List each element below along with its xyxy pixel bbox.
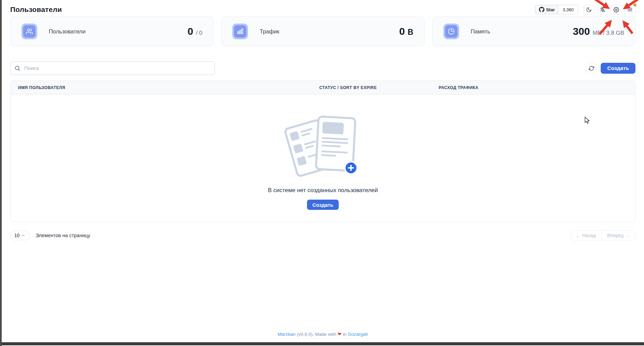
table-header: ИМЯ ПОЛЬЗОВАТЕЛЯ СТАТУС / SORT BY EXPIRE… — [11, 81, 635, 95]
stat-label: Пользователи — [49, 28, 86, 35]
empty-create-button[interactable]: Создать — [307, 200, 339, 210]
search-row: Создать — [10, 61, 635, 75]
bar-chart-icon — [237, 28, 244, 35]
stat-card-traffic: Трафик 0 B — [221, 16, 424, 46]
footer-brand-link[interactable]: Marzban — [278, 332, 296, 337]
footer: Marzban(v0.6.0), Made with❤inGozargah — [2, 331, 644, 337]
users-table: ИМЯ ПОЛЬЗОВАТЕЛЯ СТАТУС / SORT BY EXPIRE… — [10, 81, 635, 222]
add-plus-badge — [344, 161, 358, 175]
window-left-edge — [0, 0, 2, 346]
search-input[interactable] — [10, 61, 215, 75]
notification-dot — [633, 3, 636, 6]
footer-org-link[interactable]: Gozargah — [348, 332, 368, 337]
next-page-button[interactable]: Вперед → — [601, 231, 635, 240]
stats-row: Пользователи 0 / 0 Трафик 0 B Память 300 — [10, 16, 635, 46]
stat-unit: / 0 — [196, 30, 202, 37]
stat-value: 0 — [399, 26, 405, 37]
stat-value: 300 — [573, 26, 590, 37]
create-user-button[interactable]: Создать — [601, 63, 635, 74]
dark-mode-button[interactable] — [583, 5, 595, 15]
column-traffic-usage[interactable]: РАСХОД ТРАФИКА — [439, 85, 635, 90]
github-star-count[interactable]: 3,360 — [558, 5, 578, 14]
chevron-down-icon — [21, 234, 25, 237]
column-status-sort-expire[interactable]: СТАТУС / SORT BY EXPIRE — [319, 85, 439, 90]
empty-documents-illustration — [289, 116, 357, 179]
stat-unit: B — [408, 28, 413, 37]
refresh-button[interactable] — [586, 63, 597, 74]
stat-label: Память — [471, 28, 490, 35]
gear-icon — [613, 7, 619, 13]
users-page: Пользователи Star 3,360 — [2, 0, 644, 342]
window-bottom-edge — [2, 342, 644, 345]
column-username[interactable]: ИМЯ ПОЛЬЗОВАТЕЛЯ — [18, 85, 319, 90]
prev-page-button[interactable]: ← Назад — [571, 231, 601, 240]
table-actions: Создать — [586, 63, 635, 74]
search-icon — [14, 65, 20, 71]
pagination-bar: 10 Элементов на страницу ← Назад Вперед … — [10, 231, 635, 240]
page-size-select[interactable]: 10 — [10, 231, 29, 240]
footer-text: (v0.6.0), Made with — [297, 332, 336, 337]
empty-state: В системе нет созданных пользователей Со… — [11, 95, 635, 210]
stat-card-users: Пользователи 0 / 0 — [10, 16, 214, 46]
github-star-button[interactable]: Star — [535, 5, 558, 14]
language-button[interactable] — [597, 5, 608, 15]
page-title: Пользователи — [10, 5, 62, 14]
refresh-icon — [589, 66, 594, 71]
stat-unit: MB / 3.8 GB — [592, 30, 624, 37]
heart-icon: ❤ — [337, 331, 341, 337]
pager-group: ← Назад Вперед → — [570, 230, 635, 241]
pie-chart-icon — [448, 28, 455, 35]
settings-button[interactable] — [611, 5, 622, 15]
moon-icon — [586, 7, 592, 13]
stat-label: Трафик — [260, 28, 279, 35]
empty-state-message: В системе нет созданных пользователей — [268, 187, 378, 194]
stat-card-memory: Память 300 MB / 3.8 GB — [432, 16, 635, 46]
search-box — [10, 61, 215, 75]
github-icon — [539, 7, 544, 12]
header-toolbar: Star 3,360 — [535, 5, 635, 15]
page-size-value: 10 — [14, 233, 20, 238]
page-header: Пользователи Star 3,360 — [10, 0, 635, 14]
menu-button[interactable] — [624, 5, 635, 15]
translate-icon — [600, 7, 605, 13]
per-page-label: Элементов на страницу — [35, 233, 90, 238]
github-star-label: Star — [546, 7, 555, 12]
footer-in-word: in — [343, 332, 347, 337]
users-icon — [26, 28, 33, 35]
hamburger-icon — [627, 7, 633, 12]
github-star-widget[interactable]: Star 3,360 — [535, 5, 578, 14]
stat-value: 0 — [188, 26, 193, 37]
